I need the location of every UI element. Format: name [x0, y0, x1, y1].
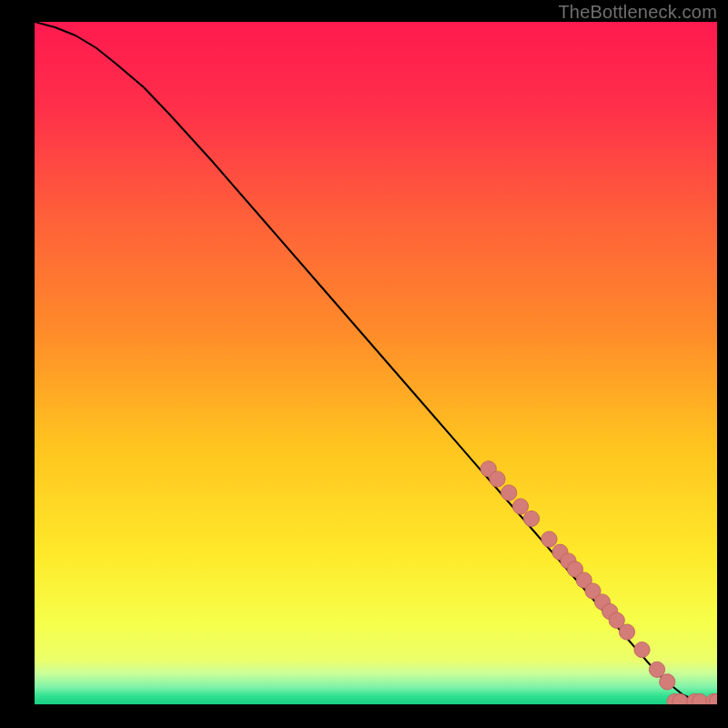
curve-line [35, 22, 717, 703]
data-marker [649, 662, 664, 677]
data-marker [512, 499, 528, 514]
chart-stage: TheBottleneck.com [0, 0, 728, 728]
data-marker [619, 624, 634, 640]
plot-area [35, 22, 717, 704]
data-marker [523, 511, 539, 526]
data-marker [490, 471, 505, 487]
chart-overlay [35, 22, 717, 704]
data-marker [501, 485, 517, 500]
data-marker [634, 642, 650, 657]
data-marker [660, 674, 675, 690]
data-marker [541, 531, 557, 547]
attribution-label: TheBottleneck.com [558, 2, 717, 23]
marker-group [480, 461, 717, 704]
